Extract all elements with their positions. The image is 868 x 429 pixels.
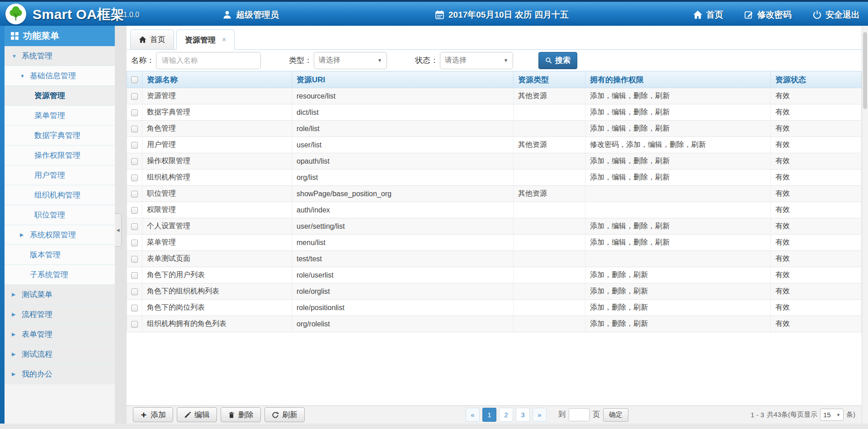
caret-left-icon: ◀ [117, 228, 120, 232]
close-icon[interactable]: × [222, 36, 226, 44]
prev-page-button[interactable]: « [466, 408, 480, 422]
sidebar-item[interactable]: ▶系统权限管理 [5, 225, 115, 245]
next-page-button[interactable]: » [533, 408, 547, 422]
table-row[interactable]: 个人设置管理user/setting/list添加，编辑，删除，刷新有效 [127, 218, 862, 235]
sidebar-item[interactable]: ▶测试菜单 [5, 285, 115, 305]
row-checkbox[interactable] [131, 93, 138, 100]
cell-resource-name: 角色管理 [142, 121, 292, 137]
sidebar-item[interactable]: ▶我的办公 [5, 364, 115, 384]
row-checkbox[interactable] [131, 191, 138, 198]
cell-permissions: 添加，编辑，删除，刷新 [585, 218, 771, 235]
name-label: 名称： [131, 55, 154, 66]
sidebar-item[interactable]: 组织机构管理 [5, 185, 115, 205]
row-checkbox[interactable] [131, 256, 138, 263]
type-label: 类型： [289, 55, 312, 66]
nav-home[interactable]: 首页 [693, 9, 723, 21]
table-row[interactable]: 组织机构拥有的角色列表org/rolelist添加，删除，刷新有效 [127, 316, 862, 332]
row-checkbox[interactable] [131, 288, 138, 295]
row-checkbox[interactable] [131, 305, 138, 311]
table-row[interactable]: 操作权限管理opauth/list添加，编辑，删除，刷新有效 [127, 153, 862, 170]
cell-permissions: 添加，编辑，删除，刷新 [585, 121, 771, 137]
row-checkbox[interactable] [131, 158, 138, 165]
table-row[interactable]: 角色管理role/list添加，编辑，删除，刷新有效 [127, 121, 862, 137]
power-icon [812, 10, 822, 19]
table-row[interactable]: 用户管理user/list其他资源修改密码，添加，编辑，删除，刷新有效 [127, 137, 862, 153]
add-button-label: 添加 [151, 410, 166, 420]
goto-confirm-button[interactable]: 确定 [603, 408, 628, 422]
row-checkbox[interactable] [131, 240, 138, 246]
cell-resource-uri: role/list [292, 121, 514, 137]
table-row[interactable]: 角色下的组织机构列表role/orglist添加，删除，刷新有效 [127, 283, 862, 300]
sidebar-item[interactable]: 用户管理 [5, 165, 115, 185]
table-row[interactable]: 角色下的岗位列表role/positionlist添加，删除，刷新有效 [127, 300, 862, 316]
row-checkbox[interactable] [131, 126, 138, 132]
page-body: 功能菜单 ▼系统管理▼基础信息管理资源管理菜单管理数据字典管理操作权限管理用户管… [0, 26, 868, 424]
sidebar-item[interactable]: 版本管理 [5, 245, 115, 265]
row-checkbox[interactable] [131, 109, 138, 116]
cell-permissions: 添加，编辑，删除，刷新 [585, 170, 771, 186]
delete-button[interactable]: 删除 [221, 407, 261, 422]
status-select[interactable]: 请选择 ▼ [440, 52, 513, 69]
table-header-row: 资源名称 资源URI 资源类型 拥有的操作权限 资源状态 [127, 71, 862, 88]
nav-change-password[interactable]: 修改密码 [744, 9, 792, 21]
cell-permissions: 添加，删除，刷新 [585, 267, 771, 283]
sidebar-item-label: 子系统管理 [30, 269, 68, 280]
app-title: Smart OA框架 [33, 5, 124, 24]
table-row[interactable]: 角色下的用户列表role/userlist添加，删除，刷新有效 [127, 267, 862, 283]
table-row[interactable]: 数据字典管理dict/list添加，编辑，删除，刷新有效 [127, 104, 862, 121]
add-button[interactable]: + 添加 [133, 407, 173, 422]
edit-button[interactable]: 编辑 [177, 407, 217, 422]
name-input[interactable] [156, 52, 261, 69]
tab-active[interactable]: 资源管理× [176, 29, 235, 50]
search-button[interactable]: 搜索 [538, 52, 577, 69]
type-select[interactable]: 请选择 ▼ [314, 52, 387, 69]
page-button-1[interactable]: 1 [482, 408, 496, 422]
sidebar-item[interactable]: 资源管理 [5, 86, 115, 106]
collapse-handle[interactable]: ◀ [115, 213, 122, 247]
vertical-scrollbar[interactable] [862, 26, 868, 424]
row-checkbox[interactable] [131, 321, 138, 328]
row-checkbox[interactable] [131, 223, 138, 230]
cell-resource-type [514, 316, 585, 332]
sidebar-item[interactable]: 数据字典管理 [5, 126, 115, 146]
row-checkbox[interactable] [131, 142, 138, 149]
sidebar-item-label: 操作权限管理 [34, 150, 80, 160]
sidebar-item[interactable]: ▶表单管理 [5, 325, 115, 344]
table-row[interactable]: 菜单管理menu/list添加，编辑，删除，刷新有效 [127, 235, 862, 251]
select-all-checkbox[interactable] [131, 76, 138, 83]
sidebar-item[interactable]: ▶流程管理 [5, 305, 115, 325]
sidebar-item-label: 用户管理 [34, 170, 65, 180]
sidebar-item[interactable]: 操作权限管理 [5, 146, 115, 165]
page-button-2[interactable]: 2 [499, 408, 513, 422]
tree-logo-icon [8, 6, 24, 22]
caret-down-icon: ▼ [377, 58, 382, 63]
table-row[interactable]: 资源管理resource/list其他资源添加，编辑，删除，刷新有效 [127, 88, 862, 104]
page-button-3[interactable]: 3 [516, 408, 530, 422]
sidebar-item[interactable]: ▼基础信息管理 [5, 66, 115, 86]
row-checkbox-cell [127, 202, 142, 218]
goto-label: 到 [558, 410, 566, 420]
sidebar-item[interactable]: 职位管理 [5, 205, 115, 225]
row-checkbox[interactable] [131, 272, 138, 279]
sidebar-item[interactable]: 子系统管理 [5, 265, 115, 285]
page-size-select[interactable]: 15 ▼ [820, 409, 844, 421]
scrollbar-thumb[interactable] [863, 32, 867, 109]
row-checkbox[interactable] [131, 174, 138, 181]
sidebar-item[interactable]: ▶测试流程 [5, 344, 115, 364]
tab-home[interactable]: 首页 [130, 29, 174, 49]
row-checkbox-cell [127, 267, 142, 283]
row-checkbox[interactable] [131, 207, 138, 214]
table-row[interactable]: 职位管理showPage/base_position_org其他资源有效 [127, 186, 862, 202]
trash-icon [228, 411, 235, 419]
sidebar-item[interactable]: ▼系统管理 [5, 46, 115, 66]
pagination-summary: 1 - 3 共43条(每页显示 15 ▼ 条) [750, 409, 855, 421]
table-row[interactable]: 表单测试页面test/test有效 [127, 251, 862, 267]
table-row[interactable]: 权限管理auth/index有效 [127, 202, 862, 218]
goto-page-group: 到 页 确定 [558, 408, 628, 422]
row-checkbox-cell [127, 300, 142, 316]
goto-page-input[interactable] [569, 408, 590, 421]
table-row[interactable]: 组织机构管理org/list添加，编辑，删除，刷新有效 [127, 170, 862, 186]
nav-logout[interactable]: 安全退出 [812, 9, 860, 21]
refresh-button[interactable]: 刷新 [264, 407, 305, 422]
sidebar-item[interactable]: 菜单管理 [5, 106, 115, 126]
